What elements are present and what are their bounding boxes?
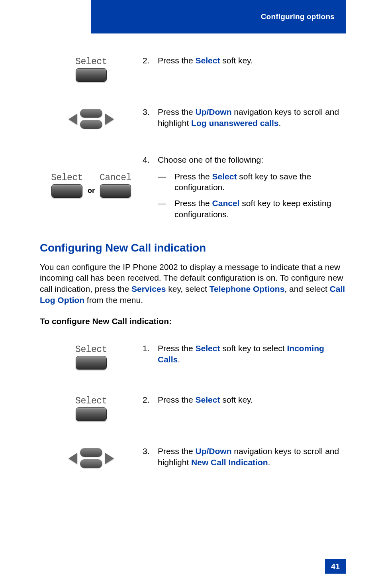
nav-cluster-icon [69,108,114,130]
softkey-button-icon [76,356,107,370]
key-term: Select [196,344,220,353]
text: . [268,458,270,467]
text: Press the [174,199,212,208]
step-row-2: Select 2. Press the Select soft key. [40,55,347,82]
header-bar: Configuring options [91,0,346,33]
text: soft key. [220,395,253,404]
text: Press the [158,344,196,353]
nav-cluster-icon [69,447,114,469]
right-arrow-icon [105,453,114,464]
icon-col: Select [40,55,143,82]
softkey-label: Select [75,396,107,406]
softkey-button-icon [76,407,107,421]
text: . [178,355,180,364]
text: Press the [158,395,196,404]
step-row-3: 3. Press the Up/Down navigation keys to … [40,106,347,130]
softkey-button-icon [100,184,131,198]
softkey-label: Select [75,344,107,355]
step-row-4: Select or Cancel 4. Choose one of the fo… [40,154,347,225]
section-paragraph: You can configure the IP Phone 2002 to d… [40,262,347,306]
softkey-button-icon [76,68,107,82]
key-term: Services [131,284,166,293]
or-label: or [88,187,95,195]
text: Press the [158,56,196,65]
step-text: 3. Press the Up/Down navigation keys to … [143,446,347,468]
icon-col [40,106,143,130]
step-row-b3: 3. Press the Up/Down navigation keys to … [40,446,347,469]
step-text: 2. Press the Select soft key. [143,394,347,405]
key-term: Telephone Options [210,284,285,293]
text: soft key. [220,56,253,65]
step-text: 2. Press the Select soft key. [143,55,347,66]
softkey-pair-icon: Select or Cancel [51,173,131,198]
text: Choose one of the following: [158,155,263,164]
text: key, select [166,284,209,293]
icon-col: Select or Cancel [40,154,143,198]
section-title: Configuring New Call indication [40,242,347,254]
key-term: Cancel [212,199,240,208]
sub-heading: To configure New Call indication: [40,317,347,326]
step-number: 3. [143,106,158,128]
select-softkey-icon: Select [75,344,107,370]
softkey-label: Select [51,173,83,183]
softkey-button-icon [51,184,82,198]
right-arrow-icon [105,114,114,125]
up-pill-icon [80,109,102,118]
step-number: 4. [143,154,158,225]
step-row-b1: Select 1. Press the Select soft key to s… [40,343,347,370]
step-number: 2. [143,55,158,66]
step-text: 1. Press the Select soft key to select I… [143,343,347,365]
select-softkey-icon: Select [75,57,107,82]
step-number: 1. [143,343,158,365]
dash: — [158,171,174,193]
page-number: 41 [325,559,346,574]
select-softkey-icon: Select [51,173,83,198]
key-term: Up/Down [196,446,232,456]
softkey-label: Cancel [100,173,131,183]
left-arrow-icon [69,453,77,464]
key-term: New Call Indication [191,458,268,467]
text: Press the [158,446,196,456]
text: from the menu. [84,295,143,305]
icon-col: Select [40,394,143,421]
text: Press the [174,172,212,181]
page-content: Select 2. Press the Select soft key. [40,55,347,469]
step-number: 3. [143,446,158,468]
cancel-softkey-icon: Cancel [100,173,131,198]
key-term: Select [212,172,237,181]
softkey-label: Select [75,57,107,67]
key-term: Log unanswered calls [191,118,278,128]
text: , and select [284,284,329,293]
step-text: 4. Choose one of the following: — Press … [143,154,347,225]
select-softkey-icon: Select [75,396,107,421]
step-text: 3. Press the Up/Down navigation keys to … [143,106,347,128]
text: . [278,118,281,128]
key-term: Select [196,395,220,404]
left-arrow-icon [69,114,77,125]
text: Press the [158,107,196,116]
up-pill-icon [80,448,102,457]
step-number: 2. [143,394,158,405]
step-row-b2: Select 2. Press the Select soft key. [40,394,347,421]
key-term: Select [196,56,220,65]
text: soft key to select [220,344,287,353]
key-term: Up/Down [196,107,232,116]
down-pill-icon [80,120,102,129]
dash: — [158,198,174,220]
icon-col [40,446,143,469]
icon-col: Select [40,343,143,370]
header-title: Configuring options [261,12,335,21]
down-pill-icon [80,459,102,468]
